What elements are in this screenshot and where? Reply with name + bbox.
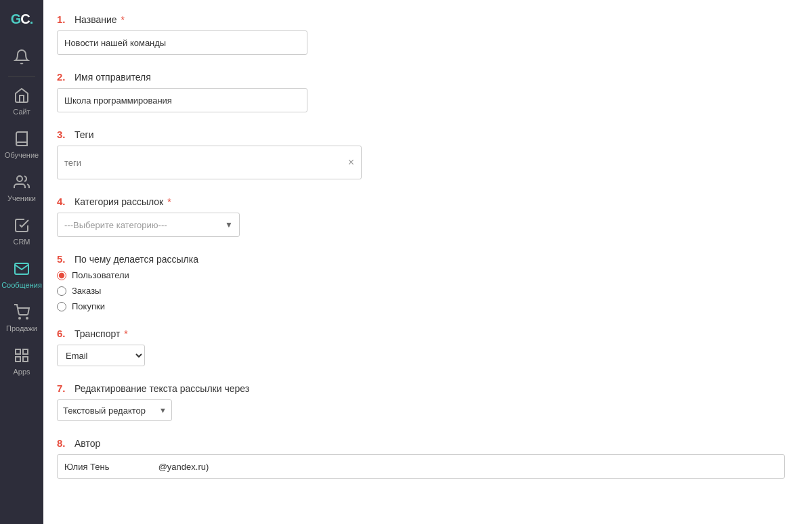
section-basis: 5. По чему делается рассылка Пользовател… xyxy=(57,253,785,311)
section-1-number: 1. xyxy=(57,14,70,25)
section-name-label: 1. Название * xyxy=(57,14,785,25)
section-3-title: Теги xyxy=(74,129,93,140)
section-1-title: Название xyxy=(74,14,117,25)
author-input[interactable] xyxy=(57,454,785,479)
bell-icon xyxy=(12,47,31,66)
section-author-label: 8. Автор xyxy=(57,437,785,449)
section-category-label: 4. Категория рассылок * xyxy=(57,196,785,207)
section-2-title: Имя отправителя xyxy=(74,72,151,83)
section-author: 8. Автор xyxy=(57,437,785,479)
svg-rect-6 xyxy=(16,357,20,362)
sidebar-item-students[interactable]: Ученики xyxy=(0,166,43,209)
sidebar-label-students: Ученики xyxy=(7,194,36,202)
logo: GC. xyxy=(0,0,43,38)
section-basis-label: 5. По чему делается рассылка xyxy=(57,253,785,265)
radio-users[interactable]: Пользователи xyxy=(57,270,785,280)
mail-icon xyxy=(12,259,31,278)
logo-text: G xyxy=(11,12,21,27)
section-3-number: 3. xyxy=(57,129,70,140)
sidebar-label-crm: CRM xyxy=(13,238,30,246)
section-4-number: 4. xyxy=(57,196,70,207)
section-1-required: * xyxy=(121,14,125,25)
sidebar-item-learning[interactable]: Обучение xyxy=(0,123,43,166)
radio-purchases[interactable]: Покупки xyxy=(57,301,785,311)
section-editor: 7. Редактирование текста рассылки через … xyxy=(57,383,785,421)
radio-orders[interactable]: Заказы xyxy=(57,286,785,296)
section-7-title: Редактирование текста рассылки через xyxy=(74,383,249,394)
tags-input[interactable] xyxy=(64,158,354,168)
sidebar: GC. Сайт Обучение Ученики CRM xyxy=(0,0,43,524)
sidebar-item-apps[interactable]: Apps xyxy=(0,339,43,383)
main-content: 1. Название * 2. Имя отправителя 3. Теги… xyxy=(43,0,812,524)
grid-icon xyxy=(12,346,31,365)
section-5-title: По чему делается рассылка xyxy=(74,254,198,265)
section-6-title: Транспорт xyxy=(74,328,120,339)
name-input[interactable] xyxy=(57,30,307,55)
sidebar-label-learning: Обучение xyxy=(5,151,39,159)
section-6-required: * xyxy=(124,328,127,339)
sidebar-label-messages: Сообщения xyxy=(1,281,42,289)
category-select-wrapper: ---Выберите категорию--- ▼ xyxy=(57,213,240,237)
section-tags-label: 3. Теги xyxy=(57,129,785,140)
section-sender: 2. Имя отправителя xyxy=(57,71,785,112)
section-transport-label: 6. Транспорт * xyxy=(57,328,785,339)
sidebar-label-site: Сайт xyxy=(13,108,30,116)
section-7-number: 7. xyxy=(57,383,70,394)
editor-select[interactable]: Текстовый редактор HTML редактор xyxy=(57,399,172,421)
sidebar-label-apps: Apps xyxy=(13,368,30,376)
category-select[interactable]: ---Выберите категорию--- xyxy=(57,213,240,237)
svg-rect-3 xyxy=(16,349,20,354)
section-name: 1. Название * xyxy=(57,14,785,55)
section-category: 4. Категория рассылок * ---Выберите кате… xyxy=(57,196,785,237)
tags-clear-icon[interactable]: × xyxy=(348,157,354,168)
radio-orders-label: Заказы xyxy=(72,286,101,296)
sidebar-item-sales[interactable]: Продажи xyxy=(0,296,43,339)
section-2-number: 2. xyxy=(57,71,70,83)
svg-point-1 xyxy=(19,318,20,319)
section-transport: 6. Транспорт * Email SMS xyxy=(57,328,785,366)
section-8-number: 8. xyxy=(57,437,70,449)
svg-rect-4 xyxy=(23,349,28,354)
svg-point-0 xyxy=(17,176,22,181)
radio-users-label: Пользователи xyxy=(72,270,129,280)
radio-orders-input[interactable] xyxy=(57,286,66,296)
section-4-required: * xyxy=(167,196,171,207)
sidebar-item-messages[interactable]: Сообщения xyxy=(0,253,43,296)
svg-rect-5 xyxy=(23,357,28,362)
sidebar-label-sales: Продажи xyxy=(6,324,37,332)
svg-point-2 xyxy=(26,318,28,319)
section-sender-label: 2. Имя отправителя xyxy=(57,71,785,83)
sidebar-item-site[interactable]: Сайт xyxy=(0,79,43,123)
editor-select-wrapper: Текстовый редактор HTML редактор ▼ xyxy=(57,399,172,421)
shopping-icon xyxy=(12,303,31,322)
section-tags: 3. Теги × xyxy=(57,129,785,179)
section-editor-label: 7. Редактирование текста рассылки через xyxy=(57,383,785,394)
tags-container[interactable]: × xyxy=(57,146,362,179)
sidebar-item-crm[interactable]: CRM xyxy=(0,209,43,253)
radio-users-input[interactable] xyxy=(57,271,66,280)
section-5-number: 5. xyxy=(57,253,70,265)
check-square-icon xyxy=(12,216,31,235)
section-4-title: Категория рассылок xyxy=(74,196,163,207)
section-6-number: 6. xyxy=(57,328,70,339)
sender-name-input[interactable] xyxy=(57,88,307,112)
home-icon xyxy=(12,86,31,105)
section-8-title: Автор xyxy=(74,438,100,449)
radio-purchases-input[interactable] xyxy=(57,302,66,311)
transport-select[interactable]: Email SMS xyxy=(57,345,145,366)
sidebar-item-bell[interactable] xyxy=(0,41,43,73)
users-icon xyxy=(12,173,31,192)
book-icon xyxy=(12,129,31,148)
sidebar-divider-1 xyxy=(8,76,35,77)
radio-purchases-label: Покупки xyxy=(72,301,105,311)
basis-radio-group: Пользователи Заказы Покупки xyxy=(57,270,785,311)
